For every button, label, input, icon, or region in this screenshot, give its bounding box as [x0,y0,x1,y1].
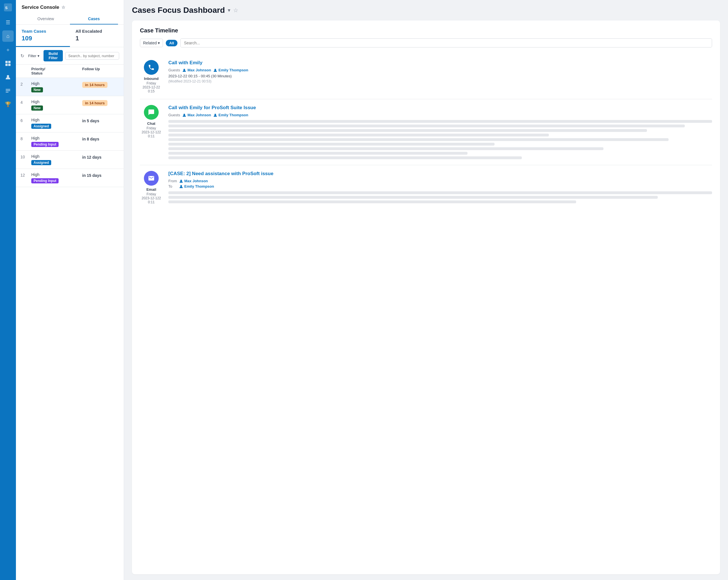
refresh-icon[interactable]: ↻ [21,53,24,58]
case-row[interactable]: 6 High Assigned in 5 days [16,114,124,132]
case-priority-text: High [31,154,80,159]
contacts-icon[interactable] [2,71,14,83]
all-filter-badge[interactable]: All [166,40,178,46]
case-list: 2 High New in 14 hours 4 High New in 14 … [16,78,124,580]
to-person-link[interactable]: Emily Thompson [179,184,214,188]
timeline-icon-col: Email Friday2023-12-1220:11 [140,171,163,204]
tab-cases[interactable]: Cases [70,14,118,24]
all-escalated-value: 1 [76,35,118,42]
from-person-link[interactable]: Max Johnson [179,179,208,183]
case-status-badge: New [31,87,43,93]
cases-stats: Team Cases 109 All Escalated 1 [16,25,124,47]
svg-point-15 [180,185,182,187]
case-followup-col: in 14 hours [82,81,119,88]
related-chevron-icon: ▾ [158,41,160,45]
case-status-badge: New [31,105,43,111]
svg-point-10 [183,69,185,71]
console-title-text: Service Console [22,4,59,10]
followup-urgent-badge: in 14 hours [82,100,107,106]
case-number: 12 [21,172,29,178]
case-row[interactable]: 8 High Pending Input in 8 days [16,132,124,151]
timeline-icon-label: Email [147,187,156,192]
svg-rect-4 [5,64,8,66]
tab-overview[interactable]: Overview [22,14,70,24]
timeline-icon-date: Friday2023-12-1220:11 [141,192,161,204]
case-status-badge: Assigned [31,160,51,165]
case-row[interactable]: 12 High Pending Input in 15 days [16,169,124,187]
case-followup-col: in 8 days [82,136,119,141]
case-followup-col: in 5 days [82,118,119,123]
case-followup-col: in 12 days [82,154,119,160]
menu-toggle-icon[interactable]: ☰ [2,17,14,28]
timeline-item-title[interactable]: Call with Emily for ProSoft Suite Issue [168,105,712,111]
case-number: 2 [21,81,29,86]
from-to-row: From Max Johnson To Emily Thompson [168,179,712,188]
filter-button[interactable]: Filter ▾ [26,53,41,59]
timeline-title: Case Timeline [140,27,712,34]
favorite-icon[interactable]: ☆ [61,5,65,10]
related-dropdown[interactable]: Related ▾ [140,39,163,47]
create-icon[interactable]: ＋ [2,44,14,55]
guest2-link[interactable]: Emily Thompson [213,113,248,117]
case-followup-col: in 14 hours [82,100,119,106]
left-panel-header: Service Console ☆ Overview Cases [16,0,124,25]
guests-row: Guests Max Johnson Emily Thompson [168,68,712,72]
build-filter-button[interactable]: Build Filter [44,50,63,61]
content-line [168,196,658,199]
svg-rect-2 [5,61,8,63]
timeline-type-icon [144,60,159,75]
case-priority-text: High [31,136,80,140]
left-panel: Service Console ☆ Overview Cases Team Ca… [16,0,124,580]
guest1-link[interactable]: Max Johnson [182,68,211,72]
timeline-item: Chat Friday2023-12-1220:11 Call with Emi… [140,99,712,165]
filter-bar: ↻ Filter ▾ Build Filter [16,47,124,64]
timeline-icon-col: Chat Friday2023-12-1220:11 [140,105,163,159]
reports-icon[interactable] [2,85,14,96]
timeline-filter-row: Related ▾ All [140,38,712,48]
timeline-icon-date: Friday2023-12-220:15 [142,81,160,93]
case-priority-col: High Pending Input [31,136,80,147]
guest1-link[interactable]: Max Johnson [182,113,211,117]
guest2-link[interactable]: Emily Thompson [213,68,248,72]
svg-rect-9 [6,92,8,93]
content-lines [168,120,712,159]
timeline-meta: 2023-12-22 00:15 - 00:45 (30 Minutes) [168,74,712,78]
svg-text:S: S [5,6,8,10]
timeline-icon-col: Inbound Friday2023-12-220:15 [140,60,163,93]
col-followup-header: Follow Up [82,67,119,75]
dashboard-chevron-icon[interactable]: ▾ [228,7,230,14]
case-priority-col: High New [31,81,80,93]
timeline-item-title[interactable]: [CASE: 2] Need assistance with ProSoft i… [168,171,712,177]
content-line [168,138,669,141]
dashboard-icon[interactable] [2,58,14,69]
timeline-icon-date: Friday2023-12-1220:11 [141,126,161,138]
followup-text: in 8 days [82,137,99,141]
case-search-input[interactable] [65,52,119,60]
timeline-item: Email Friday2023-12-1220:11 [CASE: 2] Ne… [140,165,712,210]
col-priority-header: Priority/Status [31,67,80,75]
followup-text: in 15 days [82,173,102,178]
case-number: 8 [21,136,29,141]
from-line: From Max Johnson [168,179,712,183]
case-row[interactable]: 2 High New in 14 hours [16,78,124,96]
all-escalated-stat[interactable]: All Escalated 1 [70,25,124,47]
case-row[interactable]: 10 High Assigned in 12 days [16,151,124,169]
dashboard-header: Cases Focus Dashboard ▾ ☆ [132,6,720,15]
timeline-items: Inbound Friday2023-12-220:15 Call with E… [140,54,712,210]
timeline-item-title[interactable]: Call with Emily [168,60,712,66]
case-priority-text: High [31,81,80,86]
team-cases-stat[interactable]: Team Cases 109 [16,25,70,47]
all-escalated-label: All Escalated [76,29,118,33]
dashboard-favorite-icon[interactable]: ☆ [233,7,238,14]
content-line [168,125,685,127]
timeline-search-input[interactable] [180,38,712,48]
home-icon[interactable]: ⌂ [2,30,14,42]
timeline-item: Inbound Friday2023-12-220:15 Call with E… [140,54,712,99]
gamification-icon[interactable]: 🏆 [2,99,14,110]
svg-point-12 [183,114,185,115]
case-priority-col: High Assigned [31,154,80,165]
guests-row: Guests Max Johnson Emily Thompson [168,113,712,117]
case-row[interactable]: 4 High New in 14 hours [16,96,124,114]
to-line: To Emily Thompson [168,184,712,188]
case-number: 10 [21,154,29,159]
